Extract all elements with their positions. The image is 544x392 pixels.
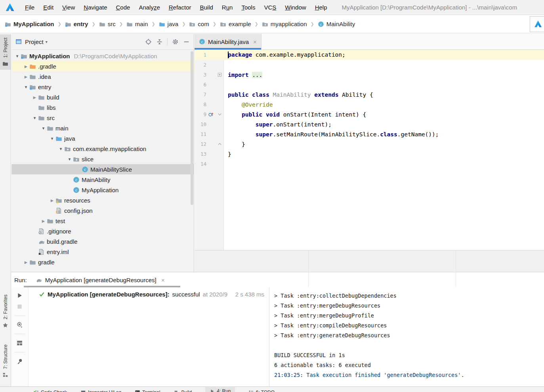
code-line-7[interactable]: 7public class MainAbility extends Abilit…: [195, 90, 544, 99]
menu-run[interactable]: Run: [218, 4, 237, 11]
tree-row-gradle[interactable]: ▶gradle: [11, 257, 194, 267]
statusbar-item-inspector-hilog[interactable]: Inspector HiLog: [80, 390, 121, 392]
chevron-expanded-icon[interactable]: ▼: [66, 157, 73, 161]
pin-button[interactable]: [16, 358, 23, 365]
tree-row-.gitignore[interactable]: .gitignore: [11, 226, 194, 236]
tree-row-mainability[interactable]: cMainAbility: [11, 174, 194, 185]
tree-row-entry[interactable]: ▼entry: [11, 82, 194, 92]
chevron-collapsed-icon[interactable]: ▶: [23, 260, 29, 264]
code-line-10[interactable]: 10 super.onStart(intent);: [195, 119, 544, 129]
code-line-11[interactable]: 11 super.setMainRoute(MainAbilitySlice.c…: [195, 129, 544, 139]
run-status-line[interactable]: MyApplication [generateDebugResources]: …: [29, 291, 269, 298]
fold-marker-icon[interactable]: [217, 72, 223, 78]
breadcrumb-item-java[interactable]: java: [159, 21, 179, 27]
statusbar-item-terminal[interactable]: Terminal: [135, 390, 160, 392]
tree-row-test[interactable]: ▶test: [11, 216, 194, 226]
stripe-button-structure[interactable]: 7: Structure: [0, 344, 11, 378]
code-line-8[interactable]: 8 @Override: [195, 99, 544, 109]
code-editor[interactable]: 1package com.example.myapplication;23imp…: [195, 50, 544, 250]
breadcrumb-item-example[interactable]: example: [220, 21, 251, 27]
menu-view[interactable]: View: [58, 4, 79, 11]
deveco-logo-button[interactable]: [530, 16, 544, 32]
stripe-button-favorites[interactable]: 2: Favorites: [0, 294, 11, 328]
tree-row-myapplication[interactable]: cMyApplication: [11, 185, 194, 195]
fold-marker-icon[interactable]: [217, 141, 223, 147]
code-line-6[interactable]: 6: [195, 80, 544, 90]
chevron-expanded-icon[interactable]: ▼: [57, 147, 64, 151]
tree-row-build.gradle[interactable]: build.gradle: [11, 236, 194, 247]
overriding-method-icon[interactable]: [208, 111, 214, 117]
breadcrumb-item-src[interactable]: src: [99, 21, 116, 27]
close-run-tab-icon[interactable]: ×: [161, 277, 165, 283]
statusbar-item-code-check[interactable]: Code Check: [33, 390, 67, 392]
close-tab-icon[interactable]: ×: [253, 38, 257, 45]
code-line-9[interactable]: 9 public void onStart(Intent intent) {: [195, 109, 544, 119]
code-line-1[interactable]: 1package com.example.myapplication;: [195, 50, 544, 60]
code-line-3[interactable]: 3import ...: [195, 70, 544, 80]
chevron-expanded-icon[interactable]: ▼: [23, 85, 29, 89]
tree-row-build[interactable]: ▶build: [11, 92, 194, 102]
tree-row-java[interactable]: ▼java: [11, 133, 194, 143]
tree-row-src[interactable]: ▼src: [11, 113, 194, 123]
chevron-collapsed-icon[interactable]: ▶: [49, 198, 55, 203]
stripe-button-project[interactable]: 1: Project: [0, 34, 11, 70]
code-line-14[interactable]: 14: [195, 159, 544, 169]
tree-row-myapplication[interactable]: ▼MyApplicationD:\ProgramCode\MyApplicati…: [11, 51, 194, 61]
layout-settings-button[interactable]: [16, 340, 23, 346]
collapse-all-button[interactable]: [156, 38, 163, 45]
chevron-collapsed-icon[interactable]: ▶: [31, 95, 38, 99]
chevron-expanded-icon[interactable]: ▼: [49, 136, 55, 141]
code-line-13[interactable]: 13}: [195, 149, 544, 159]
breadcrumb-item-myapplication[interactable]: myapplication: [262, 21, 307, 27]
tree-row-entry.iml[interactable]: entry.iml: [11, 247, 194, 257]
menu-tools[interactable]: Tools: [237, 4, 260, 11]
statusbar-item-6-todo[interactable]: 6: TODO: [248, 390, 275, 392]
menu-refactor[interactable]: Refactor: [164, 4, 196, 11]
tree-row-mainabilityslice[interactable]: cMainAbilitySlice: [11, 164, 194, 174]
chevron-collapsed-icon[interactable]: ▶: [23, 64, 29, 69]
menu-edit[interactable]: Edit: [39, 4, 58, 11]
rerun-button[interactable]: [16, 292, 23, 299]
breadcrumb-item-entry[interactable]: entry: [65, 21, 88, 27]
fold-marker-icon[interactable]: [217, 111, 223, 117]
menu-help[interactable]: Help: [311, 4, 332, 11]
tree-row-.gradle[interactable]: ▶.gradle: [11, 61, 194, 71]
breadcrumb-item-com[interactable]: com: [189, 21, 209, 27]
tree-row-main[interactable]: ▼main: [11, 123, 194, 133]
menu-navigate[interactable]: Navigate: [79, 4, 111, 11]
code-line-12[interactable]: 12 }: [195, 139, 544, 149]
breadcrumb-item-mainability[interactable]: cMainAbility: [318, 21, 355, 27]
settings-button[interactable]: [172, 38, 179, 45]
stop-button[interactable]: [16, 303, 23, 310]
menu-code[interactable]: Code: [112, 4, 135, 11]
tree-row-.idea[interactable]: ▶.idea: [11, 71, 194, 82]
breadcrumb-item-myapplication[interactable]: MyApplication: [5, 21, 54, 27]
hide-panel-button[interactable]: [183, 38, 190, 45]
code-line-2[interactable]: 2: [195, 60, 544, 70]
tree-row-slice[interactable]: ▼slice: [11, 154, 194, 164]
breadcrumb-item-main[interactable]: main: [126, 21, 148, 27]
tab-mainability-java[interactable]: c MainAbility.java ×: [195, 34, 262, 50]
chevron-collapsed-icon[interactable]: ▶: [40, 219, 47, 223]
statusbar-item-build[interactable]: Build: [174, 390, 192, 392]
tree-row-config.json[interactable]: {}config.json: [11, 205, 194, 216]
chevron-expanded-icon[interactable]: ▼: [31, 116, 38, 120]
menu-window[interactable]: Window: [281, 4, 310, 11]
menu-build[interactable]: Build: [195, 4, 217, 11]
scrollbar-thumb[interactable]: [191, 51, 193, 205]
tree-row-com.example.myapplication[interactable]: ▼com.example.myapplication: [11, 143, 194, 154]
menu-vcs[interactable]: VCS: [260, 4, 281, 11]
statusbar-item-4-run[interactable]: 4: Run: [205, 387, 235, 392]
chevron-expanded-icon[interactable]: ▼: [40, 126, 47, 130]
project-panel-title[interactable]: Project: [25, 38, 44, 45]
tree-row-libs[interactable]: libs: [11, 102, 194, 113]
menu-file[interactable]: File: [21, 4, 39, 11]
chevron-expanded-icon[interactable]: ▼: [14, 54, 21, 58]
chevron-down-icon[interactable]: ▾: [46, 40, 48, 44]
console-output[interactable]: > Task :entry:collectDebugDependencies> …: [269, 287, 544, 386]
menu-analyze[interactable]: Analyze: [134, 4, 164, 11]
chevron-collapsed-icon[interactable]: ▶: [23, 75, 29, 79]
run-tab[interactable]: MyApplication [generateDebugResources] ×: [36, 277, 165, 283]
show-options-button[interactable]: [16, 321, 23, 328]
tree-row-resources[interactable]: ▶resources: [11, 195, 194, 205]
